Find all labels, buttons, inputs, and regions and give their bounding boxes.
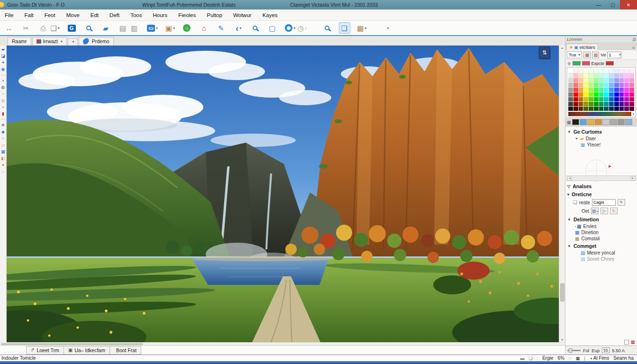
palette-cell[interactable] [604, 88, 609, 92]
palette-cell[interactable] [604, 69, 609, 73]
scroll-left-icon[interactable]: ◂ [567, 176, 572, 181]
palette-cell[interactable] [589, 107, 593, 111]
palette-cell[interactable] [619, 83, 624, 87]
palette-cell[interactable] [568, 107, 573, 111]
zoom-star-icon[interactable] [83, 22, 95, 34]
scroll-up-icon[interactable]: ▴ [561, 46, 563, 50]
quarter-tool-icon[interactable]: ◔ [2, 92, 4, 96]
palette-cell[interactable] [619, 73, 624, 78]
panel-header-button[interactable]: ⊡ [632, 37, 636, 42]
palette-cell[interactable] [624, 92, 629, 97]
palette-cell[interactable] [619, 97, 624, 101]
palette-cell[interactable] [594, 107, 599, 111]
palette-cell[interactable] [604, 107, 609, 111]
section-commget[interactable]: ▼ Commget [565, 242, 637, 250]
menu-item[interactable]: Kayes [263, 12, 278, 18]
printer-icon[interactable]: ⎙ [38, 22, 49, 34]
palette-cell[interactable] [604, 73, 609, 78]
palette-cell[interactable] [573, 97, 578, 101]
briefcase-icon[interactable]: ▢ [267, 22, 278, 34]
bottom-tab[interactable]: Boot Frat [109, 346, 141, 355]
palette-cell[interactable] [624, 73, 629, 78]
palette-cell[interactable] [624, 69, 629, 73]
tree-item-yteoe[interactable]: ▦ Yteoe! [565, 142, 637, 148]
palette-cell[interactable] [609, 88, 614, 92]
palette-cell[interactable] [568, 83, 573, 87]
palette-cell[interactable] [609, 69, 614, 73]
slider-thumb[interactable] [569, 348, 572, 353]
palette-cell[interactable] [629, 83, 634, 87]
palette-cell[interactable] [599, 83, 604, 87]
color-swatch[interactable] [610, 119, 617, 125]
palette-cell[interactable] [589, 69, 593, 73]
palette-cell[interactable] [604, 78, 609, 82]
value-field[interactable] [609, 53, 617, 57]
palette-cell[interactable] [583, 92, 588, 97]
palette-cell[interactable] [599, 102, 604, 106]
mode-dropdown[interactable]: ▾ Al Fims [590, 355, 610, 361]
clay-tool-icon[interactable]: ◧ [1, 156, 5, 161]
menu-item[interactable]: Wotwur [233, 12, 252, 18]
page-icon[interactable]: ❏ [529, 356, 533, 361]
palette-cell[interactable] [589, 97, 593, 101]
pen-icon[interactable]: ✎ [216, 22, 227, 34]
collapse-arrow-icon[interactable]: ▼ [567, 130, 571, 134]
list-icon[interactable]: ▤ [118, 22, 129, 34]
scroll-right-icon[interactable]: ▸ [630, 176, 635, 181]
collapse-arrow-icon[interactable]: ▽ [567, 184, 570, 189]
color-swatch[interactable] [587, 119, 594, 125]
pan-arrows-icon[interactable]: ↔ [4, 22, 15, 34]
history-clock-icon[interactable]: ◷ ↓ [296, 22, 308, 34]
page-flip-icon[interactable]: ❏ ▾ [49, 22, 61, 34]
vscroll-thumb[interactable] [560, 283, 564, 301]
home-alert-icon[interactable]: ⌂ [199, 22, 210, 34]
scroll-down-icon[interactable]: ▾ [561, 338, 563, 342]
palette-cell[interactable] [619, 107, 624, 111]
globe-tool-icon[interactable]: ◉ [1, 67, 5, 72]
palette-cell[interactable] [594, 83, 599, 87]
panel-tab[interactable]: ◆ ▣ etcitiars [566, 44, 598, 50]
palette-cell[interactable] [573, 88, 578, 92]
expand-bullet-icon[interactable]: ▪ [575, 225, 576, 228]
palette-cell[interactable] [573, 92, 578, 97]
palette-cell[interactable] [583, 83, 588, 87]
palette-cell[interactable] [568, 73, 573, 78]
color-swatch[interactable] [625, 119, 632, 125]
edit-button[interactable]: ✎ [618, 199, 625, 206]
section-analses[interactable]: ▽ Analses [565, 182, 637, 190]
play-button[interactable]: ▷ [601, 208, 608, 214]
collapse-arrow-icon[interactable]: ▾ [567, 192, 569, 197]
chevron-left-icon[interactable]: ‹ ▾ [233, 22, 244, 34]
doc-tab-prdemo[interactable]: Prdemo [79, 37, 114, 46]
color-swatch[interactable] [595, 119, 602, 125]
palette-cell[interactable] [573, 69, 578, 73]
square-tool-icon[interactable]: ▪ [2, 105, 4, 109]
menu-item[interactable]: Hours [153, 12, 168, 18]
section-ge-curtoms[interactable]: ▼ Ge Curtoms [565, 127, 637, 136]
stamp-tool-icon[interactable]: ▱ [1, 143, 5, 147]
palette-cell[interactable] [589, 78, 593, 82]
palette-cell[interactable] [609, 73, 614, 78]
brush-tool-icon[interactable]: ◗ [2, 79, 4, 83]
collapse-arrow-icon[interactable]: ▼ [575, 137, 578, 140]
palette-cell[interactable] [583, 107, 588, 111]
palette-cell[interactable] [568, 97, 573, 101]
palette-cell[interactable] [619, 102, 624, 106]
palette-cell[interactable] [609, 102, 614, 106]
palette-cell[interactable] [583, 97, 588, 101]
dots-icon[interactable]: ∷ [569, 356, 572, 361]
image-canvas[interactable]: ⇅ [7, 46, 559, 342]
palette-cell[interactable] [568, 92, 573, 97]
palette-cell[interactable] [579, 102, 583, 106]
section-delimetion[interactable]: ▼ Delimetion [565, 215, 637, 223]
collapse-arrow-icon[interactable]: ▼ [567, 218, 571, 222]
palette-cell[interactable] [614, 97, 619, 101]
tree-item-daer[interactable]: ▼ ▰ Daer [565, 136, 637, 142]
palette-cell[interactable] [609, 83, 614, 87]
palette-cell[interactable] [604, 102, 609, 106]
palette-cell[interactable] [568, 69, 573, 73]
palette-cell[interactable] [609, 107, 614, 111]
close-button[interactable]: ✕ [620, 0, 637, 9]
palette-cell[interactable] [614, 107, 619, 111]
palette-cell[interactable] [614, 102, 619, 106]
